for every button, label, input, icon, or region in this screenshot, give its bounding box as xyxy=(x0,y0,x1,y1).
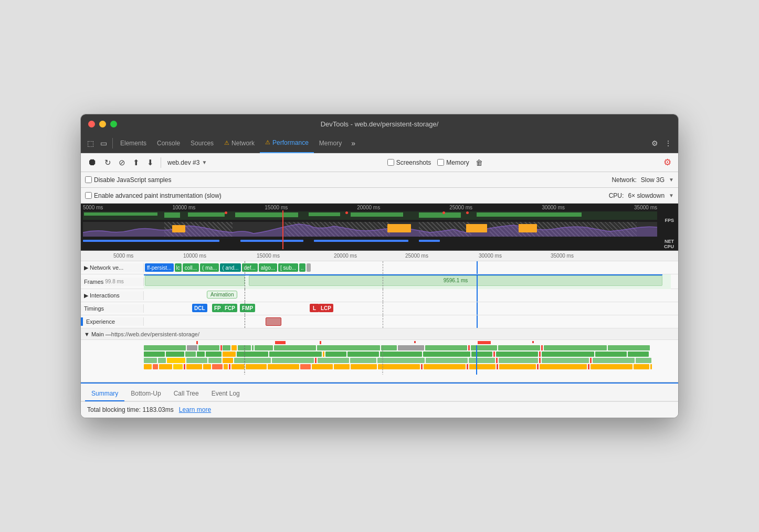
inspect-icon[interactable]: ⬚ xyxy=(84,137,97,150)
tab-elements[interactable]: Elements xyxy=(115,133,152,153)
chip-and[interactable]: ( and... xyxy=(220,263,240,272)
svg-rect-87 xyxy=(588,364,589,369)
settings-icon[interactable]: ⚙ xyxy=(648,137,661,150)
ruler-20000: 20000 ms xyxy=(334,253,357,259)
frame-seg-2: 9596.1 ms xyxy=(249,275,662,286)
enable-paint-label[interactable]: Enable advanced paint instrumentation (s… xyxy=(85,192,222,199)
experience-content xyxy=(144,315,671,328)
svg-rect-86 xyxy=(540,364,587,369)
main-thread-content[interactable] xyxy=(81,340,678,382)
flame-row-4 xyxy=(144,364,652,369)
timing-l[interactable]: L xyxy=(310,304,319,312)
memory-checkbox-label[interactable]: Memory xyxy=(437,159,469,166)
svg-rect-71 xyxy=(231,364,245,369)
minimize-button[interactable] xyxy=(99,121,106,127)
cpu-dropdown-arrow[interactable]: ▼ xyxy=(669,193,674,198)
red-marks-row xyxy=(144,341,671,344)
svg-rect-14 xyxy=(468,345,470,350)
blue-vline xyxy=(477,261,478,274)
svg-rect-15 xyxy=(471,345,497,350)
fps-red-dot-2 xyxy=(345,211,348,214)
maximize-button[interactable] xyxy=(110,121,117,127)
svg-rect-80 xyxy=(424,364,466,369)
svg-rect-44 xyxy=(208,358,222,363)
tab-memory[interactable]: Memory xyxy=(314,133,347,153)
network-dropdown-arrow[interactable]: ▼ xyxy=(669,177,674,183)
timing-fcp[interactable]: FCP xyxy=(223,304,237,312)
network-row: ▶ Network ve... ff-persist... lc coll...… xyxy=(81,261,678,274)
tab-console[interactable]: Console xyxy=(152,133,185,153)
reload-button[interactable]: ↻ xyxy=(102,156,114,169)
chip-ff-persist[interactable]: ff-persist... xyxy=(145,263,174,272)
more-options-icon[interactable]: ⋮ xyxy=(661,137,675,150)
main-thread-header: ▼ Main — https://web.dev/persistent-stor… xyxy=(81,328,678,340)
chip-ma[interactable]: ( ma... xyxy=(200,263,219,272)
disable-js-samples-checkbox[interactable] xyxy=(85,176,92,183)
chip-lc[interactable]: lc xyxy=(175,263,182,272)
experience-cls-rect[interactable] xyxy=(266,317,281,326)
profile-selector[interactable]: web.dev #3 ▼ xyxy=(165,158,209,167)
frames-time-1: 99.8 ms xyxy=(105,279,124,284)
network-expand-icon: ▶ xyxy=(84,264,88,271)
chip-coll[interactable]: coll... xyxy=(183,263,199,272)
close-button[interactable] xyxy=(88,121,95,127)
upload-button[interactable]: ⬆ xyxy=(130,156,142,169)
chip-sub[interactable]: [ sub... xyxy=(278,263,298,272)
clear-recordings-button[interactable]: 🗑 xyxy=(476,158,483,167)
network-row-label[interactable]: ▶ Network ve... xyxy=(81,263,144,272)
svg-rect-37 xyxy=(542,352,594,357)
tab-sources[interactable]: Sources xyxy=(185,133,219,153)
tab-network[interactable]: Network xyxy=(219,133,260,153)
ruler-10000: 10000 ms xyxy=(183,253,206,259)
svg-rect-30 xyxy=(347,352,379,357)
tab-event-log[interactable]: Event Log xyxy=(205,387,246,401)
screenshots-checkbox-label[interactable]: Screenshots xyxy=(387,159,431,166)
interactions-label[interactable]: ▶ Interactions xyxy=(81,291,144,300)
chip-algo[interactable]: algo... xyxy=(259,263,277,272)
dashed-line-2 xyxy=(383,261,383,274)
tab-more[interactable]: » xyxy=(347,137,360,150)
device-icon[interactable]: ▭ xyxy=(97,137,110,150)
timing-fmp[interactable]: FMP xyxy=(240,304,255,312)
red-mark-4 xyxy=(414,341,416,343)
svg-rect-0 xyxy=(144,345,186,350)
tab-call-tree[interactable]: Call Tree xyxy=(167,387,205,401)
timing-lcp[interactable]: LCP xyxy=(319,304,333,312)
svg-rect-50 xyxy=(350,358,376,363)
experience-blue-line xyxy=(477,315,478,328)
performance-settings-icon[interactable]: ⚙ xyxy=(661,155,674,169)
timing-dcl[interactable]: DCL xyxy=(192,304,207,312)
tab-performance[interactable]: Performance xyxy=(260,133,314,153)
svg-rect-26 xyxy=(237,352,268,357)
ruler-15000: 15000 ms xyxy=(257,253,280,259)
clear-button[interactable]: ⊘ xyxy=(116,156,128,169)
enable-paint-checkbox[interactable] xyxy=(85,192,92,199)
record-button[interactable]: ⏺ xyxy=(85,155,100,169)
svg-rect-34 xyxy=(493,352,495,357)
tab-bottom-up[interactable]: Bottom-Up xyxy=(124,387,167,401)
timeline-overview[interactable]: 5000 ms 10000 ms 15000 ms 20000 ms 25000… xyxy=(81,204,678,251)
interactions-content: Animation xyxy=(144,289,671,302)
frames-blue-line xyxy=(477,274,478,289)
disable-js-samples-label[interactable]: Disable JavaScript samples xyxy=(85,176,171,184)
tab-summary[interactable]: Summary xyxy=(85,387,124,401)
chip-gray[interactable] xyxy=(307,263,311,272)
learn-more-link[interactable]: Learn more xyxy=(179,406,211,413)
chip-dot[interactable]: .. xyxy=(299,263,305,272)
svg-rect-61 xyxy=(144,364,152,369)
svg-rect-84 xyxy=(499,364,536,369)
download-button[interactable]: ⬇ xyxy=(144,156,156,169)
svg-rect-22 xyxy=(185,352,196,357)
svg-rect-16 xyxy=(498,345,540,350)
svg-rect-20 xyxy=(144,352,165,357)
cpu-block-1 xyxy=(172,225,185,232)
time-label-20000: 20000 ms xyxy=(357,205,380,210)
svg-rect-55 xyxy=(499,358,538,363)
memory-checkbox[interactable] xyxy=(437,159,444,166)
svg-rect-78 xyxy=(378,364,420,369)
timings-content: DCL FP FCP FMP L LCP xyxy=(144,302,671,315)
screenshots-checkbox[interactable] xyxy=(387,159,394,166)
red-mark-1 xyxy=(196,341,198,344)
timing-fp[interactable]: FP xyxy=(212,304,223,312)
svg-rect-38 xyxy=(595,352,627,357)
